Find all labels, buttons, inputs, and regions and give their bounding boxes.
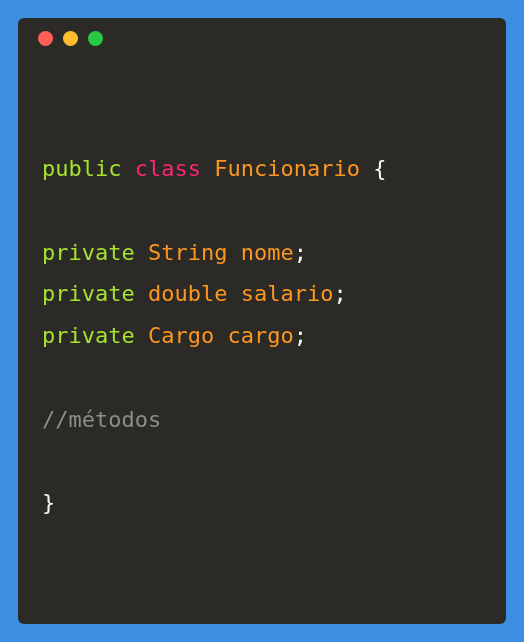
field-salario: salario <box>241 281 334 306</box>
semicolon: ; <box>333 281 346 306</box>
semicolon: ; <box>294 323 307 348</box>
keyword-public: public <box>42 156 121 181</box>
semicolon: ; <box>294 240 307 265</box>
field-cargo: cargo <box>227 323 293 348</box>
code-window: public class Funcionario { private Strin… <box>18 18 506 624</box>
window-titlebar <box>18 18 506 58</box>
type-double: double <box>148 281 227 306</box>
keyword-private: private <box>42 281 135 306</box>
maximize-icon[interactable] <box>88 31 103 46</box>
type-cargo: Cargo <box>148 323 214 348</box>
close-icon[interactable] <box>38 31 53 46</box>
keyword-private: private <box>42 323 135 348</box>
type-string: String <box>148 240 227 265</box>
minimize-icon[interactable] <box>63 31 78 46</box>
keyword-private: private <box>42 240 135 265</box>
class-name: Funcionario <box>214 156 360 181</box>
close-brace: } <box>42 490 55 515</box>
code-editor: public class Funcionario { private Strin… <box>18 58 506 544</box>
open-brace: { <box>373 156 386 181</box>
field-nome: nome <box>241 240 294 265</box>
comment-line: //métodos <box>42 407 161 432</box>
keyword-class: class <box>135 156 201 181</box>
